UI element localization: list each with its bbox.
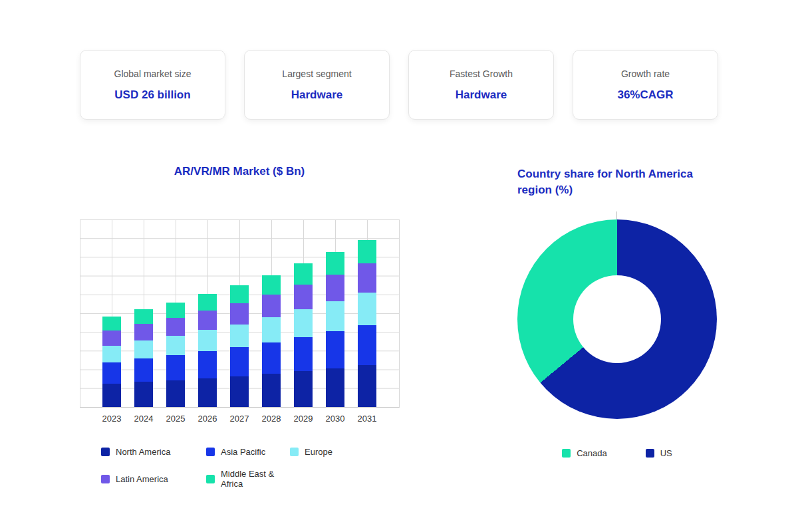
- bar-segment: [326, 331, 344, 368]
- bar-segment: [102, 346, 121, 362]
- legend-item: Asia Pacific: [206, 447, 290, 457]
- bar-segment: [358, 325, 376, 365]
- x-axis-label: 2031: [351, 414, 383, 424]
- bar-segment: [294, 371, 313, 407]
- stat-card-fastest-growth: Fastest Growth Hardware: [408, 50, 554, 120]
- stat-card-growth-rate: Growth rate 36%CAGR: [573, 50, 718, 120]
- bar-segment: [262, 295, 281, 317]
- bar-segment: [166, 318, 185, 336]
- donut-top-tick: [616, 211, 617, 219]
- stacked-bar-2028: [262, 275, 281, 407]
- bar-segment: [198, 311, 217, 330]
- bar-segment: [102, 317, 121, 330]
- bar-segment: [294, 263, 313, 285]
- bar-segment: [166, 303, 185, 319]
- legend-label: Latin America: [116, 474, 168, 484]
- legend-label: Europe: [305, 447, 332, 457]
- stat-card-label: Fastest Growth: [450, 68, 513, 79]
- stat-card-label: Growth rate: [621, 68, 670, 79]
- bar-segment: [198, 330, 217, 351]
- bar-segment: [102, 362, 121, 384]
- market-dashboard: Global market size USD 26 billion Larges…: [0, 0, 798, 532]
- stat-card-label: Largest segment: [282, 68, 351, 79]
- x-axis-label: 2024: [128, 414, 160, 424]
- stat-cards-row: Global market size USD 26 billion Larges…: [80, 50, 718, 120]
- x-axis-label: 2029: [287, 414, 319, 424]
- bar-chart-plot: [80, 219, 400, 408]
- stacked-bar-2030: [326, 252, 344, 407]
- legend-label: North America: [116, 447, 170, 457]
- bar-segment: [166, 380, 185, 407]
- bar-segment: [134, 309, 153, 324]
- bar-segment: [358, 293, 376, 326]
- bar-segment: [134, 340, 153, 358]
- legend-swatch-icon: [646, 449, 654, 458]
- stacked-bar-2029: [294, 263, 313, 407]
- bar-segment: [230, 376, 249, 408]
- legend-item: Middle East & Africa: [206, 469, 290, 489]
- legend-swatch-icon: [101, 448, 110, 456]
- stacked-bar-2025: [166, 303, 185, 407]
- bar-slot: [287, 219, 319, 407]
- bar-segment: [326, 252, 344, 275]
- donut-chart: [517, 219, 717, 419]
- stat-card-largest-segment: Largest segment Hardware: [244, 50, 390, 120]
- bar-slot: [255, 219, 287, 407]
- legend-swatch-icon: [206, 448, 215, 456]
- legend-swatch-icon: [206, 475, 215, 483]
- bar-segment: [262, 374, 281, 407]
- bar-segment: [358, 263, 376, 292]
- stat-card-value: Hardware: [456, 88, 507, 102]
- x-axis-label: 2028: [255, 414, 287, 424]
- stacked-bar-2031: [358, 240, 376, 407]
- bar-segment: [134, 382, 153, 407]
- donut-chart-title: Country share for North America region (…: [517, 166, 717, 198]
- legend-item: Europe: [290, 447, 332, 457]
- donut-chart-section: Country share for North America region (…: [517, 166, 717, 479]
- bar-segment: [294, 309, 313, 336]
- bar-segment: [134, 358, 153, 382]
- bar-slot: [192, 219, 223, 407]
- stat-card-label: Global market size: [114, 68, 192, 79]
- legend-swatch-icon: [562, 449, 571, 458]
- x-axis-label: 2023: [96, 414, 128, 424]
- bar-chart-title: AR/VR/MR Market ($ Bn): [80, 165, 399, 178]
- bar-chart-bars: [96, 219, 383, 407]
- bar-slot: [160, 219, 192, 407]
- bar-slot: [223, 219, 255, 407]
- bar-segment: [326, 368, 344, 408]
- legend-label: Middle East & Africa: [221, 469, 290, 489]
- bar-segment: [326, 275, 344, 301]
- legend-item: US: [646, 448, 672, 458]
- bar-chart-x-axis: 202320242025202620272028202920302031: [96, 414, 383, 424]
- bar-segment: [230, 285, 249, 304]
- stat-card-market-size: Global market size USD 26 billion: [80, 50, 225, 120]
- donut-chart-legend: CanadaUS: [517, 448, 717, 458]
- stat-card-value: Hardware: [291, 88, 342, 102]
- bar-segment: [294, 285, 313, 309]
- bar-slot: [96, 219, 128, 407]
- donut-chart-wrap: [517, 219, 717, 419]
- bar-slot: [351, 219, 383, 407]
- bar-segment: [230, 347, 249, 376]
- bar-chart-section: AR/VR/MR Market ($ Bn) 20232024202520262…: [80, 165, 399, 497]
- stacked-bar-2026: [198, 294, 217, 407]
- bar-segment: [262, 275, 281, 295]
- bar-slot: [319, 219, 351, 407]
- x-axis-label: 2026: [192, 414, 223, 424]
- x-axis-label: 2025: [160, 414, 192, 424]
- legend-item: North America: [101, 447, 206, 457]
- bar-segment: [198, 294, 217, 311]
- bar-segment: [166, 355, 185, 380]
- bar-segment: [358, 365, 376, 407]
- stat-card-value: 36%CAGR: [617, 88, 673, 102]
- legend-label: Canada: [577, 448, 607, 458]
- bar-segment: [358, 240, 376, 264]
- bar-segment: [198, 351, 217, 378]
- bar-segment: [102, 331, 121, 346]
- x-axis-label: 2027: [223, 414, 255, 424]
- legend-label: US: [660, 448, 672, 458]
- bar-segment: [198, 378, 217, 407]
- stacked-bar-2023: [102, 317, 121, 407]
- legend-swatch-icon: [101, 475, 110, 483]
